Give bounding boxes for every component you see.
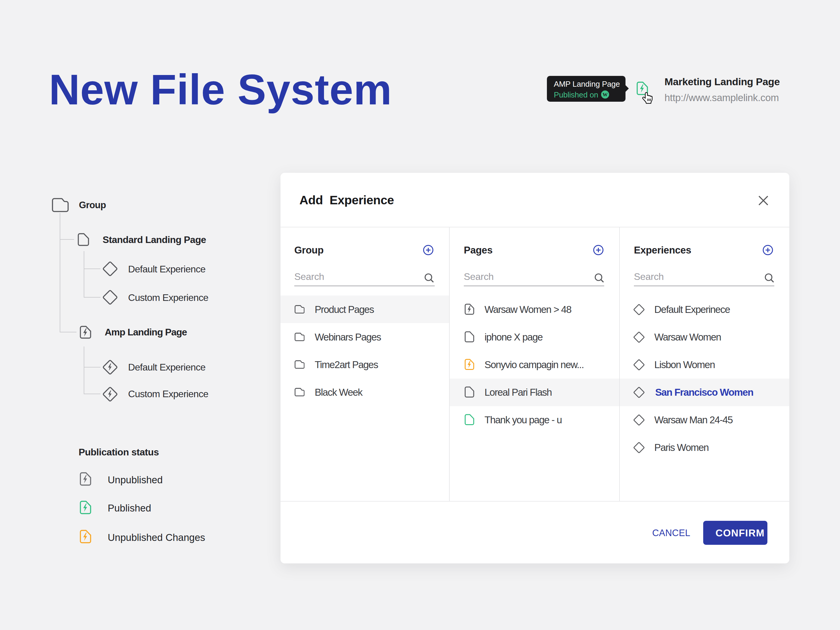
svg-text:W: W — [603, 92, 608, 98]
